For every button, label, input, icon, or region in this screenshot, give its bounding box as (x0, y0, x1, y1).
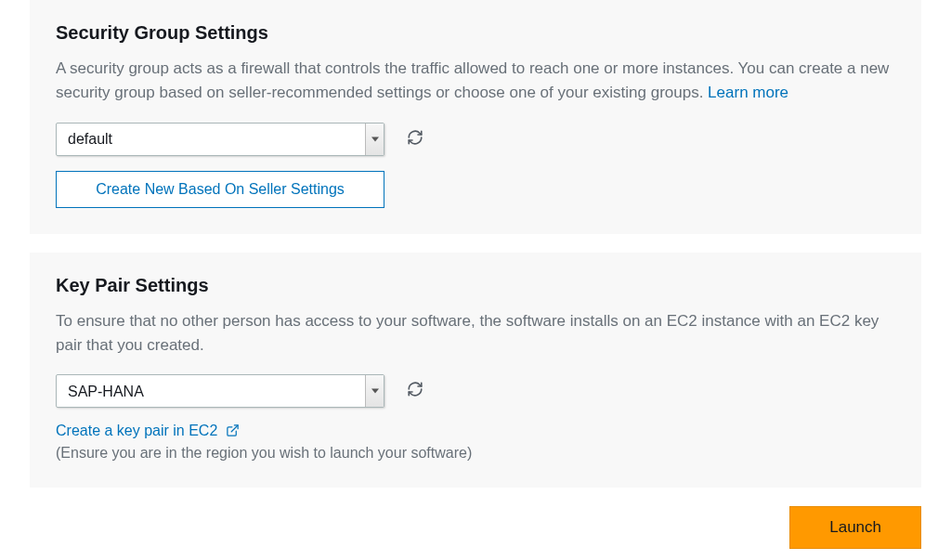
security-group-select-row: default (56, 123, 895, 156)
key-pair-link-block: Create a key pair in EC2 (Ensure you are… (56, 423, 895, 462)
key-pair-panel: Key Pair Settings To ensure that no othe… (30, 253, 921, 488)
external-link-icon (226, 423, 240, 441)
key-pair-description: To ensure that no other person has acces… (56, 309, 895, 358)
key-pair-region-note: (Ensure you are in the region you wish t… (56, 445, 895, 462)
svg-line-0 (231, 425, 238, 432)
key-pair-select[interactable]: SAP-HANA (57, 375, 384, 407)
security-group-description: A security group acts as a firewall that… (56, 57, 895, 106)
security-group-select[interactable]: default (57, 124, 384, 155)
create-key-pair-link[interactable]: Create a key pair in EC2 (56, 423, 240, 438)
learn-more-link[interactable]: Learn more (708, 84, 788, 101)
refresh-security-groups-button[interactable] (405, 129, 425, 150)
security-group-select-wrap: default (56, 123, 384, 156)
key-pair-select-row: SAP-HANA (56, 374, 895, 408)
create-key-pair-link-label: Create a key pair in EC2 (56, 423, 217, 438)
launch-button[interactable]: Launch (789, 506, 921, 549)
refresh-key-pairs-button[interactable] (405, 381, 425, 401)
refresh-icon (407, 129, 423, 150)
footer-row: Launch (30, 506, 921, 549)
security-group-panel: Security Group Settings A security group… (30, 0, 921, 234)
refresh-icon (407, 381, 423, 401)
key-pair-title: Key Pair Settings (56, 275, 895, 296)
key-pair-select-wrap: SAP-HANA (56, 374, 384, 408)
create-security-group-button[interactable]: Create New Based On Seller Settings (56, 171, 384, 208)
security-group-title: Security Group Settings (56, 22, 895, 44)
